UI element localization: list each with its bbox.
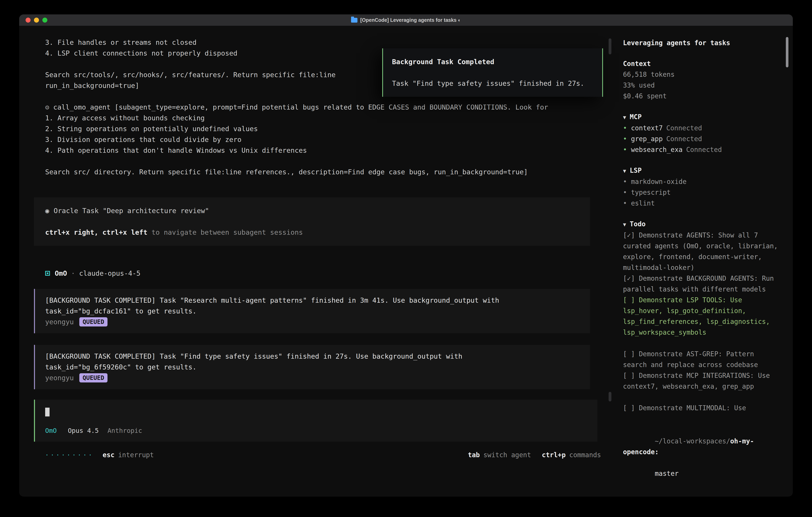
record-icon: ◉ xyxy=(45,207,49,215)
lsp-item: •markdown-oxide xyxy=(623,176,781,187)
lsp-name: typescript xyxy=(631,189,671,196)
context-tokens: 66,518 tokens xyxy=(623,69,781,80)
checkbox-icon: [ ] xyxy=(623,296,635,304)
message-meta: yeongyu QUEUED xyxy=(45,373,581,383)
bullet-icon: • xyxy=(623,189,627,196)
agent-name: OmO xyxy=(55,269,67,277)
lsp-heading-label: LSP xyxy=(630,166,642,174)
session-title: Leveraging agents for tasks xyxy=(623,37,781,48)
lsp-item: •typescript xyxy=(623,187,781,198)
window-title-area: [OpenCode] Leveraging agents for tasks ◐ xyxy=(351,17,461,23)
separator-dot: · xyxy=(71,269,75,277)
hint-text: to navigate between subagent sessions xyxy=(147,228,303,236)
message-meta: yeongyu QUEUED xyxy=(45,317,581,327)
bullet-icon: • xyxy=(623,124,627,132)
context-heading: Context xyxy=(623,58,781,69)
spinner-dots-icon: ········· xyxy=(45,450,94,460)
lsp-section: ▼LSP •markdown-oxide •typescript •eslint xyxy=(623,165,781,209)
checkbox-icon: [✓] xyxy=(623,231,635,239)
oracle-task-panel: ◉Oracle Task "Deep architecture review" … xyxy=(34,197,590,246)
agent-session-header: OmO · claude-opus-4-5 xyxy=(45,269,601,277)
input-line[interactable] xyxy=(45,406,588,417)
prompt-input[interactable]: OmO Opus 4.5 Anthropic xyxy=(34,400,598,442)
window-controls xyxy=(19,18,47,23)
tab-key-hint: tab xyxy=(468,450,480,460)
todo-heading-label: Todo xyxy=(630,220,645,228)
chat-scrollbar[interactable] xyxy=(609,26,611,497)
context-used: 33% used xyxy=(623,80,781,91)
checkbox-icon: [ ] xyxy=(623,404,635,412)
todo-heading[interactable]: ▼Todo xyxy=(623,219,781,230)
workspace-branch: master xyxy=(655,470,678,478)
commands-hint-group: ctrl+pcommands xyxy=(542,450,601,460)
agent-icon xyxy=(45,271,50,276)
bullet-icon: • xyxy=(623,146,627,154)
minimize-button[interactable] xyxy=(34,18,39,23)
mcp-heading-label: MCP xyxy=(630,113,642,121)
lsp-item: •eslint xyxy=(623,198,781,209)
text-cursor xyxy=(45,408,50,416)
tool-call-header: ⚙call_omo_agent [subagent_type=explore, … xyxy=(45,102,601,113)
scrollbar-thumb[interactable] xyxy=(609,392,611,402)
toast-body: Task "Find type safety issues" finished … xyxy=(392,78,593,89)
spacer xyxy=(623,392,781,403)
oracle-task-title-line: ◉Oracle Task "Deep architecture review" xyxy=(45,205,581,216)
message-author: yeongyu xyxy=(45,317,74,327)
todo-text: Demonstrate MCP INTEGRATIONS: Use contex… xyxy=(623,372,774,390)
todo-text: Demonstrate BACKGROUND AGENTS: Run paral… xyxy=(623,274,778,293)
mcp-section: ▼MCP •context7Connected •grep_appConnect… xyxy=(623,112,781,155)
hint-keys: ctrl+x right, ctrl+x left xyxy=(45,228,147,236)
lsp-heading[interactable]: ▼LSP xyxy=(623,165,781,176)
mcp-item: •context7Connected xyxy=(623,123,781,134)
checkbox-icon: [ ] xyxy=(623,350,635,358)
todo-item: [✓] Demonstrate BACKGROUND AGENTS: Run p… xyxy=(623,273,781,295)
chat-message: [BACKGROUND TASK COMPLETED] Task "Find t… xyxy=(34,345,590,389)
tab-hint-group: tabswitch agent xyxy=(468,450,531,460)
active-agent-label: OmO xyxy=(45,425,57,436)
ctrlp-key-label: commands xyxy=(569,450,601,460)
message-text: [BACKGROUND TASK COMPLETED] Task "Find t… xyxy=(45,351,581,362)
background-task-toast[interactable]: Background Task Completed Task "Find typ… xyxy=(382,48,603,97)
active-model-label: Opus 4.5 xyxy=(68,425,99,436)
chevron-down-icon: ▼ xyxy=(623,168,626,174)
session-sidebar: Leveraging agents for tasks Context 66,5… xyxy=(613,26,793,497)
esc-key-label: interrupt xyxy=(118,450,154,460)
tab-key-label: switch agent xyxy=(483,450,531,460)
message-text: task_id="bg_6f59260c" to get results. xyxy=(45,362,581,373)
mcp-heading[interactable]: ▼MCP xyxy=(623,112,781,123)
todo-text: Demonstrate AGENTS: Show all 7 curated a… xyxy=(623,231,782,272)
todo-item: [✓] Demonstrate AGENTS: Show all 7 curat… xyxy=(623,230,781,273)
spacer xyxy=(623,338,781,349)
lsp-name: eslint xyxy=(631,199,655,207)
oracle-task-title: Oracle Task "Deep architecture review" xyxy=(54,207,209,215)
terminal-window: [OpenCode] Leveraging agents for tasks ◐… xyxy=(19,15,793,497)
blank-line xyxy=(45,156,601,166)
tool-call-item: 4. Path operations that don't handle Win… xyxy=(45,145,601,156)
mcp-status: Connected xyxy=(686,146,722,154)
mcp-status: Connected xyxy=(666,135,702,143)
bullet-icon: • xyxy=(623,178,627,186)
todo-item: [ ] Demonstrate LSP TOOLS: Use lsp_hover… xyxy=(623,295,781,338)
context-spent: $0.46 spent xyxy=(623,91,781,102)
checkbox-icon: [✓] xyxy=(623,274,635,282)
bullet-icon: • xyxy=(623,135,627,143)
tool-call-item: 2. String operations on potentially unde… xyxy=(45,124,601,134)
workspace-dir: ~/local-workspaces/ xyxy=(655,437,730,445)
ctrlp-key-hint: ctrl+p xyxy=(542,450,566,460)
tool-call-item: 1. Array access without bounds checking xyxy=(45,113,601,124)
esc-key-hint: esc xyxy=(103,450,115,460)
sidebar-scrollbar[interactable] xyxy=(786,37,788,67)
mcp-name: websearch_exa xyxy=(631,146,683,154)
agent-model: claude-opus-4-5 xyxy=(79,269,141,277)
status-bar: ········· esc interrupt tabswitch agent … xyxy=(45,450,601,460)
mcp-name: context7 xyxy=(631,124,663,132)
chat-message: [BACKGROUND TASK COMPLETED] Task "Resear… xyxy=(34,289,590,333)
message-text: [BACKGROUND TASK COMPLETED] Task "Resear… xyxy=(45,295,581,306)
todo-text: Demonstrate LSP TOOLS: Use lsp_hover, ls… xyxy=(623,296,774,336)
scrollbar-thumb[interactable] xyxy=(609,38,611,54)
todo-text: Demonstrate MULTIMODAL: Use xyxy=(639,404,746,412)
close-button[interactable] xyxy=(26,18,31,23)
terminal-line: 3. File handles or streams not closed xyxy=(45,37,601,48)
titlebar[interactable]: [OpenCode] Leveraging agents for tasks ◐ xyxy=(19,15,793,26)
zoom-button[interactable] xyxy=(42,18,47,23)
